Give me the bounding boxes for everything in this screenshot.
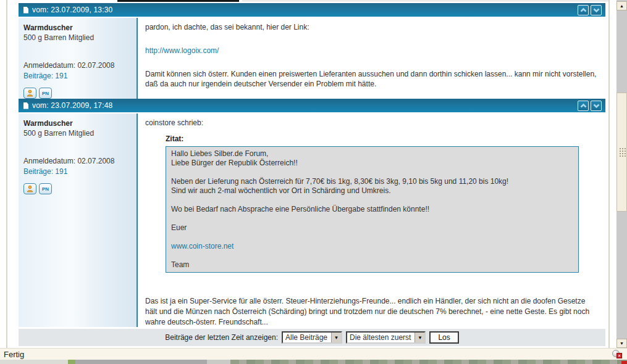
- post-header: vom: 23.07.2009, 13:30: [19, 3, 605, 17]
- quote-line: [171, 251, 573, 260]
- profile-button[interactable]: [23, 183, 36, 194]
- scrollbar-grip: [619, 147, 626, 158]
- quote-block: Zitat: Hallo Liebes Silber.de Forum, Lie…: [166, 134, 597, 273]
- page-icon: [23, 102, 28, 109]
- quote-line: Sind wir auch 2-mal wöchentlich vor Ort …: [171, 186, 573, 196]
- pn-button[interactable]: PN: [39, 88, 52, 99]
- scroll-down-button[interactable]: [591, 101, 602, 111]
- author-rank: 500 g Barren Mitglied: [23, 129, 130, 138]
- post-body: Warmduscher 500 g Barren Mitglied Anmeld…: [19, 114, 605, 327]
- sort-order-value: Die ältesten zuerst: [347, 333, 414, 342]
- go-button[interactable]: Los: [429, 331, 458, 344]
- author-name: Warmduscher: [23, 119, 130, 128]
- desktop-edge-sliver: [0, 360, 627, 364]
- thread-display-options-bar: Beiträge der letzten Zeit anzeigen: Alle…: [19, 329, 605, 346]
- quote-line: [171, 168, 573, 177]
- top-black-bar: [117, 0, 239, 2]
- scrollbar-up-button[interactable]: ▲: [616, 1, 627, 10]
- pn-button-label: PN: [42, 91, 49, 96]
- author-join-date: Anmeldedatum: 02.07.2008: [23, 157, 130, 165]
- scroll-up-button[interactable]: [578, 101, 589, 111]
- author-rank: 500 g Barren Mitglied: [23, 33, 130, 42]
- external-link[interactable]: http://www.logoix.com/: [145, 46, 219, 55]
- quote-line: Neben der Lieferung nach Österreich für …: [171, 177, 573, 186]
- scroll-up-button[interactable]: [578, 5, 589, 15]
- chevron-down-icon: [593, 103, 600, 109]
- author-panel: Warmduscher 500 g Barren Mitglied Anmeld…: [19, 114, 137, 327]
- author-name: Warmduscher: [23, 23, 130, 32]
- scrollbar-thumb[interactable]: [616, 93, 627, 212]
- author-join-date: Anmeldedatum: 02.07.2008: [23, 61, 130, 70]
- sort-order-select[interactable]: Die ältesten zuerst ▼: [346, 331, 426, 344]
- author-post-count: Beiträge: 191: [23, 72, 130, 80]
- post-date-label: vom: 23.07.2009, 13:30: [32, 6, 576, 14]
- chevron-up-icon: [580, 7, 587, 13]
- profile-button[interactable]: [23, 88, 36, 99]
- quote-line: Liebe Bürger der Republik Österreich!!: [171, 159, 573, 168]
- chevron-up-icon: [580, 103, 587, 109]
- author-panel: Warmduscher 500 g Barren Mitglied Anmeld…: [19, 18, 137, 99]
- quote-line: [171, 214, 573, 223]
- quote-label: Zitat:: [166, 134, 597, 144]
- left-margin-line: [6, 0, 7, 360]
- right-margin-line: [608, 0, 610, 348]
- post-content: pardon, ich dachte, das sei bekannt, hie…: [138, 18, 605, 99]
- user-icon: [27, 89, 33, 97]
- pn-button[interactable]: PN: [39, 183, 52, 194]
- dropdown-arrow-icon: ▼: [331, 333, 341, 342]
- time-filter-select[interactable]: Alle Beiträge ▼: [282, 331, 342, 344]
- quote-line: Team: [171, 260, 573, 270]
- quote-line: Euer: [171, 223, 573, 233]
- browser-viewport: vom: 23.07.2009, 13:30 Warmduscher 500 g…: [0, 0, 627, 364]
- post-date-label: vom: 23.07.2009, 17:48: [32, 101, 576, 110]
- scroll-down-button[interactable]: [591, 5, 602, 15]
- browser-status-bar: Fertig ×: [0, 348, 627, 360]
- chevron-down-icon: [593, 7, 600, 13]
- quote-line: Hallo Liebes Silber.de Forum,: [171, 149, 573, 159]
- scrollbar-down-button[interactable]: ▼: [616, 339, 627, 348]
- page-error-icon: ×: [612, 350, 622, 358]
- quote-line: [171, 233, 573, 242]
- display-options-label: Beiträge der letzten Zeit anzeigen:: [165, 333, 278, 342]
- error-badge-icon: ×: [616, 353, 622, 358]
- top-gray-line: [242, 1, 608, 1]
- author-post-count: Beiträge: 191: [23, 167, 130, 176]
- quote-attribution: coinstore schrieb:: [145, 118, 597, 128]
- quote-link[interactable]: www.coin-store.net: [171, 242, 234, 250]
- time-filter-value: Alle Beiträge: [283, 333, 331, 342]
- post-body: Warmduscher 500 g Barren Mitglied Anmeld…: [19, 18, 605, 99]
- vertical-scrollbar[interactable]: ▲ ▼: [616, 0, 627, 348]
- page-icon: [23, 7, 28, 14]
- post-paragraph: Damit können sich österr. Kunden einen p…: [145, 69, 597, 89]
- dropdown-arrow-icon: ▼: [414, 333, 424, 342]
- pn-button-label: PN: [42, 186, 49, 192]
- post-content: coinstore schrieb: Zitat: Hallo Liebes S…: [138, 114, 605, 327]
- quote-box: Hallo Liebes Silber.de Forum, Liebe Bürg…: [166, 146, 579, 273]
- quote-line: [171, 196, 573, 205]
- post-paragraph: Das ist ja ein Super-Service für alle ös…: [145, 296, 597, 328]
- user-icon: [27, 185, 33, 192]
- post-header: vom: 23.07.2009, 17:48: [19, 99, 605, 112]
- forum-thread: vom: 23.07.2009, 13:30 Warmduscher 500 g…: [19, 3, 605, 346]
- post-paragraph: pardon, ich dachte, das sei bekannt, hie…: [145, 22, 597, 32]
- status-text: Fertig: [4, 350, 24, 359]
- quote-line: Wo bei Bedarf nach Absprache eine Persön…: [171, 205, 573, 214]
